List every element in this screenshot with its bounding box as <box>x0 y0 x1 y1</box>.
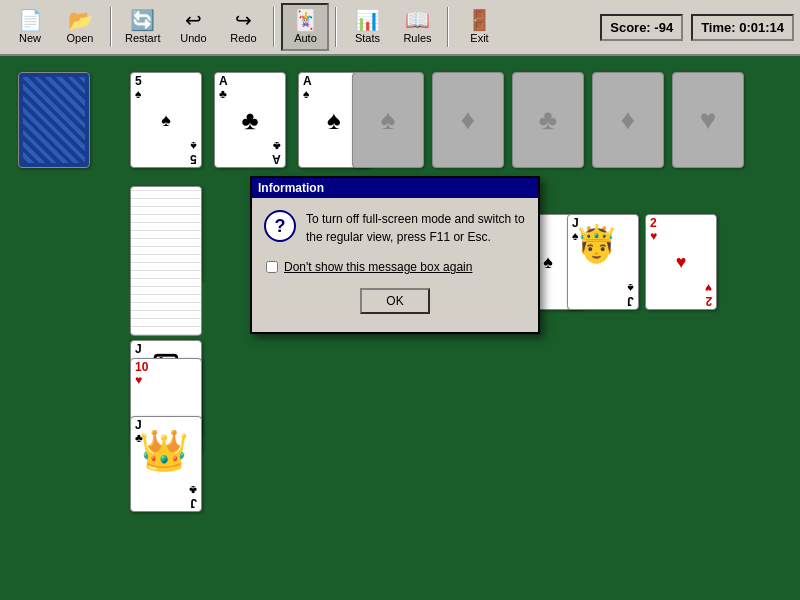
stats-label: Stats <box>355 32 380 44</box>
new-button[interactable]: 📄 New <box>6 3 54 51</box>
new-icon: 📄 <box>18 10 43 30</box>
auto-icon: 🃏 <box>293 10 318 30</box>
toolbar-separator-2 <box>273 7 275 47</box>
time-display: Time: 0:01:14 <box>691 14 794 41</box>
dialog-body: ? To turn off full-screen mode and switc… <box>252 198 538 332</box>
time-value: 0:01:14 <box>739 20 784 35</box>
dialog-overlay: Information ? To turn off full-screen mo… <box>0 56 800 600</box>
dialog-message: To turn off full-screen mode and switch … <box>306 210 526 246</box>
redo-button[interactable]: ↪ Redo <box>219 3 267 51</box>
toolbar-separator-1 <box>110 7 112 47</box>
dialog-titlebar: Information <box>252 178 538 198</box>
restart-label: Restart <box>125 32 160 44</box>
open-label: Open <box>67 32 94 44</box>
undo-button[interactable]: ↩ Undo <box>169 3 217 51</box>
dialog-checkbox-row: Don't show this message box again <box>264 260 526 274</box>
information-dialog: Information ? To turn off full-screen mo… <box>250 176 540 334</box>
rules-button[interactable]: 📖 Rules <box>393 3 441 51</box>
dialog-title: Information <box>258 181 324 195</box>
dont-show-checkbox[interactable] <box>266 261 278 273</box>
ok-button[interactable]: OK <box>360 288 430 314</box>
auto-label: Auto <box>294 32 317 44</box>
restart-icon: 🔄 <box>130 10 155 30</box>
dialog-message-row: ? To turn off full-screen mode and switc… <box>264 210 526 246</box>
toolbar-separator-4 <box>447 7 449 47</box>
toolbar-separator-3 <box>335 7 337 47</box>
auto-button[interactable]: 🃏 Auto <box>281 3 329 51</box>
dialog-button-row: OK <box>264 288 526 314</box>
game-area: 5♠ ♠ 5♠ A♣ ♣ A♣ A♠ ♠ A♠ ♠ ♦ ♣ ♦ ♥ J♣ 🂫 J… <box>0 56 800 600</box>
score-label: Score: <box>610 20 650 35</box>
rules-icon: 📖 <box>405 10 430 30</box>
redo-label: Redo <box>230 32 256 44</box>
exit-button[interactable]: 🚪 Exit <box>455 3 503 51</box>
restart-button[interactable]: 🔄 Restart <box>118 3 167 51</box>
stats-button[interactable]: 📊 Stats <box>343 3 391 51</box>
undo-label: Undo <box>180 32 206 44</box>
time-label: Time: <box>701 20 735 35</box>
open-button[interactable]: 📂 Open <box>56 3 104 51</box>
redo-icon: ↪ <box>235 10 252 30</box>
new-label: New <box>19 32 41 44</box>
score-area: Score: -94 Time: 0:01:14 <box>600 14 794 41</box>
score-display: Score: -94 <box>600 14 683 41</box>
stats-icon: 📊 <box>355 10 380 30</box>
score-value: -94 <box>654 20 673 35</box>
exit-label: Exit <box>470 32 488 44</box>
undo-icon: ↩ <box>185 10 202 30</box>
rules-label: Rules <box>403 32 431 44</box>
dont-show-label[interactable]: Don't show this message box again <box>284 260 472 274</box>
open-icon: 📂 <box>68 10 93 30</box>
toolbar: 📄 New 📂 Open 🔄 Restart ↩ Undo ↪ Redo 🃏 A… <box>0 0 800 56</box>
exit-icon: 🚪 <box>467 10 492 30</box>
question-icon: ? <box>264 210 296 242</box>
